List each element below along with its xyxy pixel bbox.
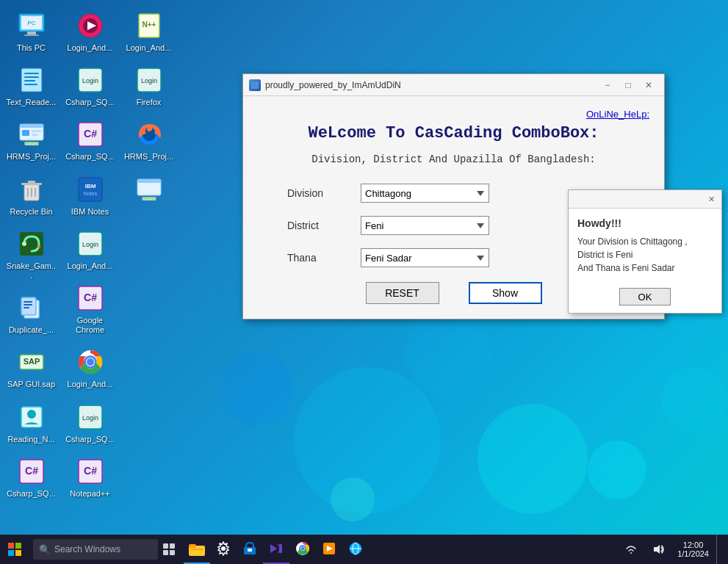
start-button[interactable] (0, 535, 29, 564)
online-help-link[interactable]: OnLiNe_HeLp: (586, 109, 649, 120)
division-label: Division (287, 187, 361, 199)
svg-text:C#: C# (84, 128, 97, 140)
taskbar-store[interactable] (237, 535, 263, 564)
window-titlebar[interactable]: proudly_powered_by_ImAmUdDiN − □ ✕ (243, 74, 664, 96)
desktop-icon-sap-gui[interactable]: SAP SAP GUI.sap (4, 344, 59, 393)
login-and4-icon: Login (134, 65, 164, 95)
desktop-icon-label: Text_Reade... (7, 98, 57, 107)
taskbar-right: 12:00 1/1/2024 (619, 535, 728, 564)
desktop-icon-csharp-sq3[interactable]: C# Google Chrome (62, 280, 118, 339)
svg-rect-13 (32, 130, 41, 132)
this-pc-icon: PC (17, 11, 46, 40)
desktop-icon-this-pc[interactable]: PC This PC (4, 7, 59, 57)
desktop-icon-csharp-sq4[interactable]: C# Notepad++ (62, 453, 118, 502)
svg-text:HRMS: HRMS (25, 142, 38, 146)
taskbar-file-explorer[interactable] (184, 535, 210, 564)
dialog-close-button[interactable]: ✕ (704, 192, 718, 206)
desktop-icon-label: Csharp_SQ... (7, 489, 56, 499)
svg-rect-2 (27, 32, 36, 35)
district-select[interactable]: Feni Comilla Noakhali Lakshmipur Chandpu… (361, 216, 489, 235)
desktop-icon-hrms-proj1[interactable]: HRMS HRMS_Proj... (4, 116, 59, 165)
show-desktop-button[interactable] (716, 535, 721, 564)
desktop-icon-kmplayer[interactable]: Login_And... (62, 7, 118, 57)
desktop-icon-csharp-sq2[interactable]: C# Csharp_SQ... (62, 116, 118, 165)
svg-text:Login: Login (82, 77, 98, 84)
division-select[interactable]: Chittagong Dhaka Rajshahi Khulna Barisal… (361, 184, 489, 203)
svg-text:N++: N++ (142, 21, 156, 29)
taskbar-volume-icon[interactable] (646, 535, 670, 564)
svg-point-90 (301, 547, 305, 551)
close-button[interactable]: ✕ (639, 78, 658, 93)
svg-text:IBM: IBM (84, 183, 95, 189)
taskbar-network-icon[interactable] (619, 535, 643, 564)
desktop-icon-login-and1[interactable]: Login Csharp_SQ... (62, 62, 118, 111)
svg-rect-72 (8, 550, 14, 556)
taskbar: 🔍 (0, 535, 728, 564)
desktop-icon-ibm-notes[interactable]: IBM Notes IBM Notes (62, 171, 118, 220)
svg-rect-28 (24, 301, 32, 303)
dialog-popup: ✕ Howdy!!! Your Division is Chittagong ,… (568, 189, 722, 314)
show-button[interactable]: Show (469, 282, 542, 304)
login-and3-icon: Login (76, 402, 105, 432)
desktop-icon-firefox[interactable]: HRMS_Proj... (121, 116, 176, 165)
svg-rect-83 (248, 549, 252, 552)
thana-select[interactable]: Feni Sadar Chhagalnaiya Parshuram Sonaga… (361, 248, 489, 267)
svg-point-81 (221, 546, 226, 551)
desktop-icons: PC This PC Text_Reade... (0, 0, 173, 529)
svg-rect-71 (15, 543, 21, 549)
svg-rect-44 (79, 178, 102, 201)
dialog-footer: OK (569, 288, 721, 313)
desktop-icon-duplicate[interactable]: Duplicate_... (4, 289, 59, 339)
taskbar-clock[interactable]: 12:00 1/1/2024 (674, 540, 713, 558)
taskbar-visual-studio[interactable] (263, 535, 289, 564)
desktop-icon-recycle-bin[interactable]: Recycle Bin (4, 171, 59, 220)
svg-rect-8 (24, 80, 35, 82)
desktop-icon-login-and3[interactable]: Login Csharp_SQ... (62, 399, 118, 448)
reading-n-icon (17, 402, 46, 432)
login-and1-icon: Login (76, 65, 105, 95)
desktop-icon-label: Csharp_SQ... (65, 98, 115, 107)
desktop-icon-label: Google Chrome (65, 316, 115, 335)
taskbar-internet[interactable] (342, 535, 369, 564)
desktop-icon-label: Notepad++ (70, 489, 109, 499)
svg-text:C#: C# (84, 292, 97, 303)
desktop: PC This PC Text_Reade... (0, 0, 728, 535)
taskbar-settings[interactable] (210, 535, 237, 564)
desktop-icon-login-and2[interactable]: Login Login_And... (62, 225, 118, 275)
maximize-button[interactable]: □ (619, 78, 638, 93)
search-input[interactable] (54, 544, 157, 554)
dialog-ok-button[interactable]: OK (619, 288, 671, 306)
minimize-button[interactable]: − (598, 78, 617, 93)
svg-text:Notes: Notes (83, 191, 97, 196)
desktop-icon-label: HRMS_Proj... (124, 152, 173, 162)
desktop-icon-text-reader[interactable]: Text_Reade... (4, 62, 59, 111)
desktop-icon-notepad-pp[interactable]: N++ Login_And... (121, 7, 176, 57)
taskbar-windows-media[interactable] (316, 535, 342, 564)
svg-rect-27 (21, 297, 36, 315)
clock-time: 12:00 (683, 540, 704, 549)
svg-text:C#: C# (84, 465, 97, 477)
desktop-icon-csharp-sq1[interactable]: C# Csharp_SQ... (4, 453, 59, 502)
svg-rect-19 (28, 181, 35, 184)
svg-point-25 (37, 245, 40, 248)
desktop-icon-login-and4[interactable]: Login Firefox (121, 62, 176, 111)
taskbar-chrome[interactable] (289, 535, 316, 564)
duplicate-icon (17, 293, 46, 322)
svg-point-24 (22, 242, 26, 246)
svg-rect-7 (24, 76, 39, 78)
desktop-icon-reading-n[interactable]: Reading_N... (4, 399, 59, 448)
desktop-icon-label: Login_And... (68, 261, 113, 271)
desktop-icon-snake-game[interactable]: Snake_Gam... (4, 225, 59, 284)
online-help-section: OnLiNe_HeLp: (258, 107, 649, 120)
svg-point-54 (87, 358, 94, 366)
svg-rect-73 (15, 550, 21, 556)
desktop-icon-hrms-proj2[interactable]: HRMS (121, 171, 176, 211)
desktop-icon-label: IBM Notes (71, 207, 109, 217)
search-icon: 🔍 (39, 544, 51, 555)
desktop-icon-google-chrome[interactable]: Login_And... (62, 344, 118, 393)
hrms-proj-icon: HRMS (17, 120, 46, 149)
search-box[interactable]: 🔍 (33, 539, 158, 560)
task-view-button[interactable] (158, 535, 180, 564)
reset-button[interactable]: RESET (366, 282, 439, 304)
svg-rect-75 (170, 543, 175, 549)
